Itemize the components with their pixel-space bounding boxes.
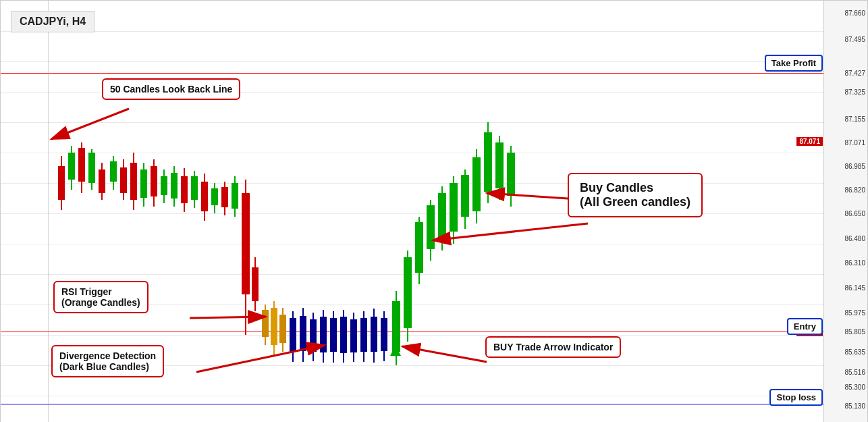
lookback-line [48,1,49,422]
price-p9: 86.480 [844,235,865,242]
grid-line [1,335,844,336]
entry-label: Entry [787,318,823,335]
rsi-line2: (Orange Candles) [61,297,140,308]
buy-arrow-annotation: BUY Trade Arrow Indicator [485,336,621,358]
grid-line [1,122,844,123]
price-top: 87.660 [844,9,865,17]
entry-line [1,332,844,332]
grid-line [1,31,844,32]
svg-line-6 [402,346,487,362]
chart-area: CADJPYi, H4 50 Candles Look Back Line Bu… [1,1,844,422]
svg-line-1 [51,109,129,139]
buy-candles-line2: (All Green candles) [580,195,690,209]
grid-line [1,213,844,214]
price-p8: 86.650 [844,210,865,217]
buy-candles-line1: Buy Candles [580,181,653,194]
price-p17: 85.130 [844,402,865,410]
price-p3: 87.325 [844,88,865,96]
price-p4: 87.155 [844,115,865,123]
buy-arrow-indicator [390,345,401,356]
price-p13: 85.805 [844,328,865,336]
stop-loss-label: Stop loss [769,389,823,406]
rsi-trigger-annotation: RSI Trigger (Orange Candles) [53,281,148,313]
grid-line [1,183,844,184]
divergence-annotation: Divergence Detection (Dark Blue Candles) [51,345,164,377]
take-profit-line [1,73,844,74]
buy-candles-annotation: Buy Candles (All Green candles) [568,173,703,217]
take-profit-label: Take Profit [765,55,823,72]
price-p7: 86.820 [844,186,865,194]
price-p11: 86.145 [844,284,865,292]
rsi-line1: RSI Trigger [61,286,112,297]
divergence-line1: Divergence Detection [59,350,156,361]
grid-line [1,274,844,275]
price-p16: 85.300 [844,384,865,391]
price-p2: 87.427 [844,70,865,77]
price-p14: 85.635 [844,348,865,356]
svg-line-4 [190,317,266,318]
grid-line [1,396,844,396]
price-p1: 87.495 [844,36,865,43]
stop-loss-line [1,404,844,404]
price-p10: 86.310 [844,259,865,267]
price-p12: 85.975 [844,309,865,317]
price-p5: 87.071 [844,139,865,147]
lookback-annotation: 50 Candles Look Back Line [102,78,240,100]
price-axis: 87.660 87.495 87.427 87.325 87.155 87.07… [823,1,867,422]
chart-container: CADJPYi, H4 50 Candles Look Back Line Bu… [0,0,868,422]
grid-line [1,153,844,153]
divergence-line2: (Dark Blue Candles) [59,361,149,372]
current-price-badge: 87.071 [796,137,823,146]
grid-line [1,61,844,62]
symbol-label: CADJPYi, H4 [11,11,94,32]
price-p6: 86.985 [844,163,865,170]
price-p15: 85.516 [844,369,865,376]
